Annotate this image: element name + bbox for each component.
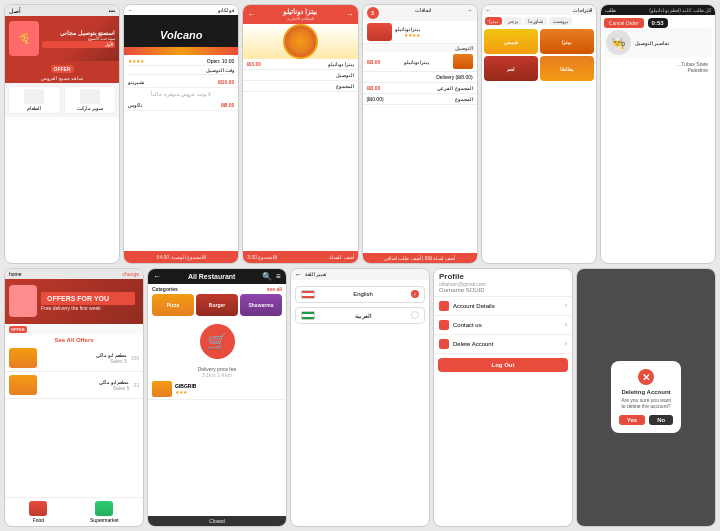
footer-subtotal: مجموع 3.00₪ xyxy=(247,254,277,260)
donatello-forward-icon[interactable]: → xyxy=(346,10,354,19)
donatello-footer: مجموع 3.00₪ أضف للسلة xyxy=(243,251,357,263)
phone1-header-label: أصل xyxy=(9,7,21,14)
add-to-cart-btn[interactable]: أضف للسلة xyxy=(329,254,353,260)
menu-item-1[interactable]: تشيريتو ₪10.00 xyxy=(124,77,238,88)
gibgrib-image xyxy=(152,381,172,397)
offers-title: OFFERS FOR YOU xyxy=(41,292,135,305)
item-pizza[interactable]: بيتزا xyxy=(540,29,594,54)
arabic-option[interactable]: العربية xyxy=(295,307,425,324)
order-footer[interactable]: أضف لسلة ₪8 | أضف طلب اضافي xyxy=(363,253,477,263)
order-item-1[interactable]: بيتزا دوناتيلو ₪3.00 xyxy=(363,52,477,72)
yes-button[interactable]: Yes xyxy=(619,415,645,425)
volcano-footer[interactable]: مجموع الوصية 54.00₪ xyxy=(124,251,238,263)
footer-total: مجموع الوصية 54.00₪ xyxy=(157,254,206,260)
category-tabs: بيتزا برجر شاورما بروست xyxy=(482,15,596,27)
pizza-category-cell[interactable]: Pizza xyxy=(152,294,194,316)
category-food[interactable]: الطعام xyxy=(8,86,61,114)
filter-icon[interactable]: ≡ xyxy=(276,272,281,281)
pizza-item-name: بيتزا دوناتيلو xyxy=(328,61,353,67)
offer-rest-rating: 5 Sales xyxy=(41,358,127,364)
logout-button[interactable]: Log Out xyxy=(438,358,568,372)
offer2-rest-rating: 5 Sales xyxy=(41,385,129,391)
order-back-icon[interactable]: ← xyxy=(468,7,473,19)
contact-item[interactable]: Contact us › xyxy=(434,316,572,335)
item-meat[interactable]: لحم xyxy=(484,56,538,81)
restaurant-name: بيتزا دوناتيلو ★★★★ xyxy=(395,26,420,38)
delete-account-label: Delete Account xyxy=(453,341,493,347)
offers-subtitle: Free delivery the first week xyxy=(41,305,135,311)
supermarket-label: سوبر ماركت xyxy=(67,105,114,111)
chef-status: 👨‍🍳 تفاصير التوصيل xyxy=(604,28,712,57)
delete-dialog: ✕ Deleting Account Are you sure you want… xyxy=(611,361,681,433)
lang-back-icon[interactable]: ← xyxy=(295,271,302,278)
contact-icon xyxy=(439,320,449,330)
pizza-image2: بيتزا xyxy=(540,29,594,54)
cat-tab-brost[interactable]: بروست xyxy=(549,17,572,25)
search-icon[interactable]: 🔍 xyxy=(262,272,272,281)
offer-rest-distance: 159 xyxy=(131,355,139,361)
dialog-title: Deleting Account xyxy=(619,389,673,395)
donatello-back-icon[interactable]: ← xyxy=(247,10,255,19)
phone1-banner[interactable]: 🍕 استمتع بتوصيل مجاني سينة جديد الأسبوع … xyxy=(5,16,119,61)
language-options: English ✓ العربية xyxy=(291,280,429,330)
english-option[interactable]: English ✓ xyxy=(295,286,425,303)
row-2: home change OFFERS FOR YOU Free delivery… xyxy=(4,268,716,528)
offer-card-2[interactable]: مطعم ابو ماكي 5 Sales 23 xyxy=(5,372,143,399)
cat-tab-burger[interactable]: برجر xyxy=(504,17,522,25)
category-supermarket[interactable]: سوبر ماركت xyxy=(64,86,117,114)
pizza-visual xyxy=(283,24,318,59)
profile-title: Profile xyxy=(439,272,567,281)
row-1: أصل ••• 🍕 استمتع بتوصيل مجاني سينة جديد … xyxy=(4,4,716,264)
delivery-details-label: تفاصير التوصيل xyxy=(635,40,669,46)
burger-category-cell[interactable]: Burger xyxy=(196,294,238,316)
cancel-order-button[interactable]: Cancel Order xyxy=(604,18,644,28)
all-rest-back-icon[interactable]: ← xyxy=(153,272,161,281)
menu-item2-name: تاكوس xyxy=(128,102,142,108)
shawarma-category-cell[interactable]: Shawarma xyxy=(240,294,282,316)
delete-icon xyxy=(439,339,449,349)
phone-delete-dialog: ✕ Deleting Account Are you sure you want… xyxy=(576,268,716,528)
change-button[interactable]: change xyxy=(123,271,139,277)
delete-account-item[interactable]: Delete Account › xyxy=(434,335,572,354)
offers-banner[interactable]: OFFERS FOR YOU Free delivery the first w… xyxy=(5,279,143,324)
phone-delivery-status: طلب كل طلب كلند (فطم بولتاتيلو) Cancel O… xyxy=(600,4,716,264)
see-all-offers-btn[interactable]: See All Offers xyxy=(5,335,143,345)
cat-tab-pizza[interactable]: بيتزا xyxy=(485,17,502,25)
restaurant-image xyxy=(367,23,392,41)
account-details-item[interactable]: Account Details › xyxy=(434,297,572,316)
food-category[interactable]: Food xyxy=(29,501,47,523)
phone1-header-dots: ••• xyxy=(109,8,115,14)
cat-back-icon[interactable]: ← xyxy=(486,7,491,13)
profile-username: Ourname SOUID xyxy=(439,287,567,293)
back-arrow-icon[interactable]: ← xyxy=(128,7,133,13)
dialog-buttons: Yes No xyxy=(619,415,673,425)
food-icon xyxy=(24,89,44,104)
total-label: المجموع xyxy=(336,83,354,89)
restaurant-row-gibgrib[interactable]: GIBGRIB ★★★ xyxy=(148,379,286,400)
no-button[interactable]: No xyxy=(649,415,673,425)
restaurants-category-grid: Pizza Burger Shawarma xyxy=(148,294,286,318)
rating-stars: ★★★★ xyxy=(128,58,144,64)
supermarket-category[interactable]: Supermarket xyxy=(90,501,119,523)
item-fries[interactable]: شيبس xyxy=(484,29,538,54)
pizza-item-row[interactable]: بيتزا دوناتيلو ₪3.00 xyxy=(243,59,357,70)
order-item-price: ₪3.00 xyxy=(367,59,381,65)
see-all-link[interactable]: see all xyxy=(267,286,282,292)
item-potatoes[interactable]: بطاطا xyxy=(540,56,594,81)
cart-icon[interactable]: 🛒 xyxy=(200,324,235,359)
total-row: المجموع (₪0.00) xyxy=(363,94,477,105)
phone-profile: Profile oikaham@gmail.com Ourname SOUID … xyxy=(433,268,573,528)
phone-all-restaurants: ← All Restaurant 🔍 ≡ Categories see all … xyxy=(147,268,287,528)
cat-tab-shawarma[interactable]: شاورما xyxy=(524,17,547,25)
subtotal-row: المجموع الفرعي ₪3.00 xyxy=(363,83,477,94)
delivery-time-label: وقت التوصيل xyxy=(206,67,234,73)
chef-icon: 👨‍🍳 xyxy=(606,30,631,55)
volcano-logo: Volcano xyxy=(124,15,238,55)
phone1-offer-banner[interactable]: OFFER شاهد جميع العروض xyxy=(5,61,119,83)
offer-card-1[interactable]: مطعم ابو ماكي 5 Sales 159 xyxy=(5,345,143,372)
offer-rest-info: مطعم ابو ماكي 5 Sales xyxy=(41,352,127,364)
order-header: ← اتفاقات 3 xyxy=(363,5,477,21)
menu-item-2[interactable]: تاكوس ₪8.00 xyxy=(124,100,238,111)
categories-section-header: Categories see all xyxy=(148,284,286,294)
account-details-label: Account Details xyxy=(453,303,495,309)
